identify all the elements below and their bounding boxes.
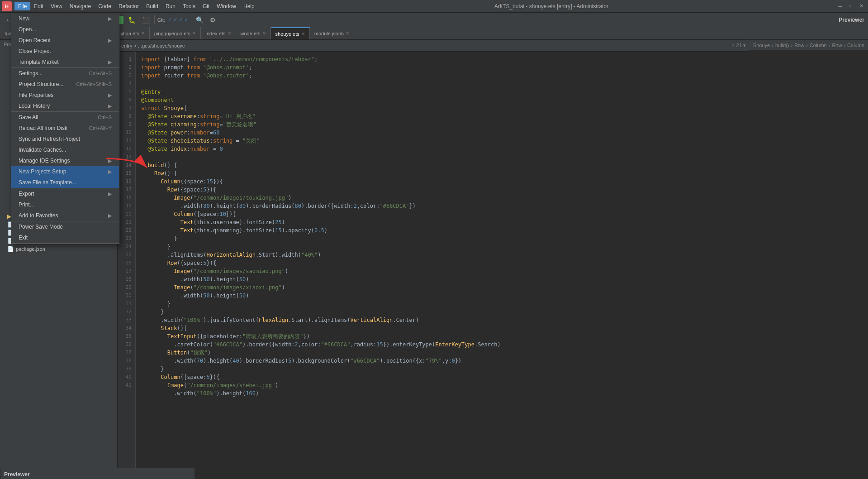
menu-tools[interactable]: Tools (179, 2, 199, 10)
line-num: 3 (118, 72, 135, 80)
menu-exit-label: Exit (19, 235, 28, 241)
tab-close-icon[interactable]: ✕ (141, 31, 145, 36)
app-logo: H (2, 1, 12, 11)
menu-edit[interactable]: Edit (30, 2, 47, 10)
main-area: Project ▶ 📁 tuisong 📄 tuisong.ets ▶ 📁 wo… (0, 40, 868, 468)
minimize-btn[interactable]: ─ (836, 3, 845, 10)
line-num: 14 (118, 161, 135, 169)
menu-open-recent[interactable]: Open Recent ▶ (11, 35, 119, 46)
menu-new[interactable]: New ▶ (11, 13, 119, 24)
menu-window[interactable]: Window (213, 2, 240, 10)
menu-export[interactable]: Export ▶ (11, 188, 119, 199)
breadcrumb-sep: › (844, 43, 845, 48)
breadcrumb-item[interactable]: Column (847, 43, 864, 48)
line-num: 20 (118, 210, 135, 218)
menu-local-history[interactable]: Local History ▶ (11, 101, 119, 111)
menu-new-projects-label: New Projects Setup (19, 168, 66, 175)
menu-template-market[interactable]: Template Market ▶ (11, 57, 119, 67)
menu-power-save[interactable]: Power Save Mode (11, 221, 119, 232)
menu-code[interactable]: Code (95, 2, 115, 10)
menu-invalidate-caches[interactable]: Invalidate Caches... (11, 144, 119, 155)
menu-sync-refresh-label: Sync and Refresh Project (19, 136, 80, 142)
menu-sync-refresh[interactable]: Sync and Refresh Project (11, 134, 119, 144)
settings-icon[interactable]: ⚙ (208, 15, 218, 24)
line-num: 21 (118, 218, 135, 226)
tab-module[interactable]: module.json5 ✕ (310, 27, 354, 40)
tab-close-icon[interactable]: ✕ (192, 31, 196, 36)
menu-settings[interactable]: Settings... Ctrl+Alt+S (11, 68, 119, 79)
shortcut-label: Ctrl+S (98, 115, 112, 120)
menu-close-project[interactable]: Close Project (11, 46, 119, 57)
breadcrumb-item[interactable]: build() (775, 43, 789, 48)
tab-shouye[interactable]: shouye.ets ✕ (271, 27, 310, 40)
line-num: 24 (118, 243, 135, 251)
menu-project-structure[interactable]: Project Structure... Ctrl+Alt+Shift+S (11, 79, 119, 90)
menu-run[interactable]: Run (162, 2, 179, 10)
code-editor[interactable]: entry > ...ges/shouye/shouye ✓ 21 ▾ 1 2 … (118, 40, 749, 468)
search-icon[interactable]: 🔍 (194, 15, 205, 24)
menu-view[interactable]: View (47, 2, 66, 10)
tab-close-icon[interactable]: ✕ (346, 31, 349, 36)
breadcrumb-item[interactable]: Shouye (753, 43, 770, 48)
menu-manage-ide-label: Manage IDE Settings (19, 158, 70, 164)
menu-refactor[interactable]: Refactor (115, 2, 142, 10)
tab-close-icon[interactable]: ✕ (301, 31, 305, 36)
menu-section-1: New ▶ Open... Open Recent ▶ Close Projec… (11, 13, 119, 68)
menu-file[interactable]: File (14, 2, 30, 10)
stop-icon[interactable]: ⬛ (140, 15, 152, 24)
line-num: 34 (118, 324, 135, 332)
tab-close-icon[interactable]: ✕ (262, 31, 266, 36)
line-num: 26 (118, 259, 135, 267)
tab-pinggujieguo[interactable]: pinggujieguo.ets ✕ (150, 27, 201, 40)
breadcrumb-item[interactable]: Row (832, 43, 842, 48)
menu-save-template[interactable]: Save File as Template... (11, 177, 119, 188)
menu-section-3: Save All Ctrl+S Reload All from Disk Ctr… (11, 112, 119, 188)
line-num: 41 (118, 381, 135, 389)
line-num: 7 (118, 104, 135, 112)
line-num: 6 (118, 96, 135, 104)
tabs-row: tuisongimgdata.ets ✕ yishizixun.ets ✕ ka… (0, 27, 868, 40)
code-text[interactable]: import {tabbar} from "../../common/compo… (136, 52, 749, 468)
menu-file-properties-label: File Properties (19, 92, 53, 98)
menu-exit[interactable]: Exit (11, 232, 119, 243)
menu-reload-all[interactable]: Reload All from Disk Ctrl+Alt+Y (11, 123, 119, 134)
tree-item-package-json[interactable]: 📄 package.json (0, 245, 117, 253)
menu-new-projects[interactable]: New Projects Setup ▶ (11, 166, 119, 177)
line-num: 33 (118, 316, 135, 324)
menu-save-all[interactable]: Save All Ctrl+S (11, 112, 119, 123)
close-btn[interactable]: ✕ (857, 2, 866, 10)
breadcrumb-sep: › (772, 43, 773, 48)
debug-icon[interactable]: 🐛 (126, 15, 138, 24)
line-num: 28 (118, 275, 135, 283)
separator-6 (191, 15, 191, 24)
tab-close-icon[interactable]: ✕ (228, 31, 231, 36)
menu-open-recent-label: Open Recent (19, 37, 51, 43)
tab-label: shouye.ets (275, 31, 299, 37)
menu-navigate[interactable]: Navigate (66, 2, 95, 10)
menu-git[interactable]: Git (199, 2, 213, 10)
menu-add-favorites[interactable]: Add to Favorites ▶ (11, 210, 119, 221)
menu-save-all-label: Save All (19, 114, 38, 120)
maximize-btn[interactable]: □ (846, 3, 855, 10)
line-num: 29 (118, 283, 135, 292)
line-num: 30 (118, 292, 135, 300)
second-toolbar: ← → 📁 entry No Devices ▶ 🐛 ⬛ Git: ✓ ✓ ✓ … (0, 13, 868, 27)
submenu-arrow: ▶ (108, 158, 112, 164)
breadcrumb-item[interactable]: Row (794, 43, 804, 48)
line-num: 1 (118, 55, 135, 63)
menu-build[interactable]: Build (142, 2, 162, 10)
tab-wode[interactable]: wode.ets ✕ (236, 27, 271, 40)
menu-file-properties[interactable]: File Properties ▶ (11, 90, 119, 101)
menu-help[interactable]: Help (240, 2, 258, 10)
submenu-arrow: ▶ (108, 16, 112, 22)
menu-open[interactable]: Open... (11, 24, 119, 35)
tab-label: pinggujieguo.ets (154, 31, 190, 36)
breadcrumb-sep: › (791, 43, 792, 48)
tab-index[interactable]: Index.ets ✕ (201, 27, 236, 40)
shortcut-label: Ctrl+Alt+Shift+S (76, 81, 112, 87)
code-content[interactable]: 1 2 3 4 5 6 7 8 9 10 11 12 13 14 15 16 1… (118, 52, 749, 468)
breadcrumb-item[interactable]: Column (810, 43, 827, 48)
menu-print[interactable]: Print... (11, 199, 119, 210)
menu-manage-ide[interactable]: Manage IDE Settings ▶ (11, 155, 119, 166)
menu-export-label: Export (19, 191, 34, 197)
